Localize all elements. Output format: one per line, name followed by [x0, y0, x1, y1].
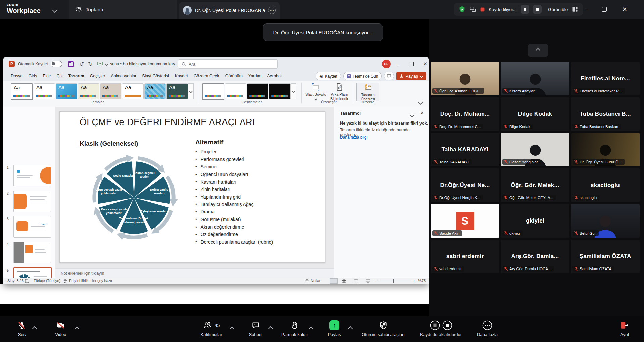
variant-thumbnail[interactable] — [247, 83, 268, 99]
security-shield-icon[interactable] — [458, 6, 466, 13]
window-minimize-button[interactable]: – — [578, 0, 593, 19]
save-icon[interactable] — [68, 61, 74, 67]
themes-gallery-more-icon[interactable] — [188, 83, 194, 99]
slide-thumbnail-3[interactable] — [13, 216, 51, 238]
stop-recording-button[interactable] — [533, 5, 542, 14]
ppt-minimize-button[interactable]: – — [392, 57, 405, 71]
theme-thumbnail[interactable]: Aa — [122, 83, 144, 99]
collapse-gallery-button[interactable] — [528, 44, 548, 57]
language-status[interactable]: Türkçe (Türkiye) — [34, 279, 60, 283]
theme-thumbnail[interactable]: Aa — [34, 83, 55, 99]
participant-tile[interactable]: Betul Gur — [571, 204, 640, 238]
zoom-slider[interactable] — [380, 281, 411, 281]
slideshow-view-icon[interactable] — [366, 279, 370, 283]
collapse-ribbon-icon[interactable] — [419, 99, 422, 105]
filename-label[interactable]: sunu • bu bilgisayar konumuna kay... — [110, 62, 178, 66]
participant-tile[interactable]: Öğr.Gör. Aslıhan ERGİ... — [431, 62, 499, 95]
window-restore-button[interactable] — [597, 0, 612, 19]
comments-button[interactable] — [384, 72, 394, 80]
designer-collapse-icon[interactable] — [411, 112, 413, 118]
menu-yardim[interactable]: Yardım — [248, 74, 261, 78]
participants-options-chevron[interactable] — [230, 326, 234, 332]
zoom-out-button[interactable]: − — [375, 279, 378, 284]
tab-options-icon[interactable]: ⋯ — [268, 7, 276, 14]
account-avatar[interactable]: PE — [382, 60, 391, 68]
slide-size-button[interactable]: Slayt Boyutu — [305, 83, 327, 101]
variant-thumbnail[interactable] — [225, 83, 246, 99]
participant-tile[interactable]: gkiyici gkiyici — [501, 204, 569, 238]
menu-dosya[interactable]: Dosya — [11, 74, 22, 78]
window-close-button[interactable]: ✕ — [617, 0, 632, 19]
spellcheck-icon[interactable] — [25, 279, 29, 283]
participant-tile[interactable]: Arş.Gör. Damla... Arş.Gör. Damla HOCA... — [501, 240, 569, 273]
participant-tile[interactable]: sabri erdemir sabri erdemir — [431, 240, 499, 273]
ppt-close-button[interactable]: ✕ — [418, 57, 429, 71]
format-background-button[interactable]: Arka Planı Biçimlendir — [328, 83, 350, 101]
raise-hand-options-chevron[interactable] — [309, 326, 313, 332]
view-layout-icon[interactable] — [572, 6, 578, 13]
ppt-share-button[interactable]: Paylaş — [396, 72, 426, 80]
more-button[interactable]: Daha fazla — [470, 320, 504, 337]
menu-acrobat[interactable]: Acrobat — [267, 74, 282, 78]
participant-tile[interactable]: Tuba Bostancı B... Tuba Bostancı Baskan — [571, 97, 640, 131]
pause-record-icon[interactable] — [430, 320, 440, 330]
theme-thumbnail[interactable]: Aa — [166, 83, 188, 99]
record-button[interactable]: ◉ Kaydet — [316, 72, 341, 80]
leave-button[interactable]: Ayrıl — [611, 320, 638, 337]
menu-ciz[interactable]: Çiz — [56, 74, 62, 78]
participant-tile[interactable]: Öğr. Gör. Melek... Öğr. Gör. Melek CEYLA… — [501, 168, 569, 202]
participants-button[interactable]: 45 Katılımcılar — [193, 320, 230, 337]
participant-tile[interactable]: Dr.Öğr.Üyesi Ne... Dr.Öğr.Üyesi Nergis K… — [431, 168, 499, 202]
theme-thumbnail[interactable]: Aa — [11, 83, 33, 100]
normal-view-icon[interactable] — [330, 278, 338, 284]
participant-tile[interactable]: Dr. Öğr. Üyesi Gurur Ö... — [571, 133, 640, 166]
redo-icon[interactable]: ↻ — [88, 61, 93, 68]
slide-thumbnail-2[interactable] — [13, 191, 51, 212]
reading-view-icon[interactable] — [354, 279, 358, 283]
menu-tasarim[interactable]: Tasarım — [68, 74, 84, 78]
video-options-chevron[interactable] — [75, 326, 79, 332]
participant-tile[interactable]: Şamilislam ÖZATA Şamilislam ÖZATA — [571, 240, 640, 273]
share-options-chevron[interactable] — [349, 326, 352, 332]
theme-thumbnail[interactable]: Aa — [78, 83, 99, 99]
present-in-teams-button[interactable]: TTeams'de Sun — [343, 72, 382, 80]
slideshow-icon[interactable] — [97, 62, 103, 66]
menu-kaydet[interactable]: Kaydet — [175, 74, 188, 78]
current-slide[interactable]: ÖLÇME ve DEĞERLENDİRME ARAÇLARI Klasik (… — [59, 111, 325, 263]
share-screen-button[interactable]: ↑ Paylaş — [316, 320, 353, 337]
zoom-in-button[interactable]: + — [413, 279, 415, 284]
theme-thumbnail[interactable]: Aa — [100, 83, 121, 99]
video-button[interactable]: Video — [46, 320, 76, 337]
fit-to-window-icon[interactable] — [427, 279, 429, 283]
variant-thumbnail[interactable] — [269, 83, 291, 99]
variants-gallery-more-icon[interactable] — [291, 83, 296, 99]
variant-thumbnail[interactable] — [202, 83, 224, 100]
participant-tile[interactable]: skactioglu skactioglu — [571, 168, 640, 202]
theme-thumbnail[interactable]: Aa — [56, 83, 77, 99]
autosave-toggle[interactable] — [51, 61, 62, 67]
qat-overflow-icon[interactable] — [105, 62, 109, 66]
tab-meeting[interactable]: Toplantı — [69, 0, 177, 19]
record-controls[interactable]: Kaydı duraklat/durdur — [412, 320, 469, 337]
workspace-chevron-icon[interactable] — [53, 7, 56, 13]
menu-gecisler[interactable]: Geçişler — [90, 74, 105, 78]
ppt-restore-button[interactable] — [405, 57, 418, 71]
mute-button[interactable]: Ses — [8, 320, 35, 337]
participant-tile[interactable]: Talha KARADAYI Talha KARADAYI — [431, 133, 499, 166]
notes-bar[interactable]: Not eklemek için tıklayın — [55, 268, 334, 278]
chat-options-chevron[interactable] — [269, 326, 273, 332]
menu-gozden-gecir[interactable]: Gözden Geçir — [194, 74, 219, 78]
participant-tile[interactable]: Dilge Kodak Dilge Kodak — [501, 97, 569, 131]
slide-thumbnail-1[interactable] — [13, 165, 51, 186]
menu-slayt-gosterisi[interactable]: Slayt Gösterisi — [142, 74, 169, 78]
participant-tile[interactable]: Kerem Altaylar — [501, 62, 569, 95]
mute-options-chevron[interactable] — [33, 326, 36, 332]
accessibility-status[interactable]: Erişilebilirlik: Her şey hazır — [69, 279, 112, 283]
menu-gorunum[interactable]: Görünüm — [225, 74, 243, 78]
host-tools-button[interactable]: Oturum sahibi araçları — [355, 320, 412, 337]
design-ideas-button[interactable]: Tasarım Önerileri — [356, 83, 379, 101]
designer-learn-more-link[interactable]: Daha fazla bilgi — [340, 135, 367, 140]
zoom-slider-thumb[interactable] — [393, 279, 394, 283]
participant-tile[interactable]: S Sacide Akin — [431, 204, 499, 238]
undo-icon[interactable]: ↺ — [79, 61, 84, 68]
